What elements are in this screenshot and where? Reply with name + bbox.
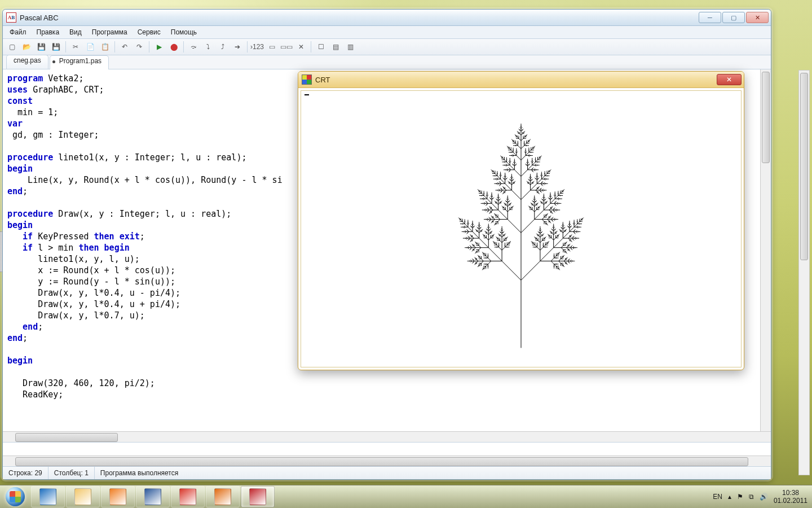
step-over-icon: ⤼ bbox=[191, 43, 196, 51]
crt-title: CRT bbox=[315, 76, 717, 84]
media-player-icon bbox=[109, 488, 126, 505]
ms-word-icon bbox=[144, 488, 161, 505]
menu-Сервис[interactable]: Сервис bbox=[133, 27, 165, 37]
desktop: AB Pascal ABC ─ ▢ ✕ ФайлПравкаВидПрограм… bbox=[0, 0, 812, 508]
menubar: ФайлПравкаВидПрограммаСервисПомощь bbox=[3, 26, 771, 39]
toolbar: ▢📂💾💾✂📄📋↶↷▶⬤⤼⤵⤴➔›123▭▭▭✕☐▤▥ bbox=[3, 39, 771, 55]
close-window-icon: ✕ bbox=[298, 43, 304, 51]
tile-h-icon: ▤ bbox=[333, 43, 339, 51]
editor-hscrollbar[interactable] bbox=[3, 431, 771, 442]
save-file-icon: 💾 bbox=[37, 43, 46, 51]
editor-tabstrip: cneg.pasProgram1.pas bbox=[3, 55, 771, 69]
taskbar-file-explorer[interactable] bbox=[66, 486, 100, 507]
network-icon[interactable]: ⧉ bbox=[749, 493, 754, 501]
window-list-icon: ▭ bbox=[269, 43, 275, 51]
taskbar-firefox[interactable] bbox=[206, 486, 240, 507]
clock[interactable]: 10:38 01.02.2011 bbox=[774, 489, 807, 505]
pascal-abc-icon bbox=[249, 488, 266, 505]
tile-v-icon: ▥ bbox=[347, 43, 354, 51]
status-col: Столбец: 1 bbox=[48, 467, 95, 479]
tile-h-button[interactable]: ▤ bbox=[329, 40, 342, 54]
close-window-button[interactable]: ✕ bbox=[294, 40, 308, 54]
toggle-watch-icon: ›123 bbox=[250, 43, 264, 51]
ide-titlebar[interactable]: AB Pascal ABC ─ ▢ ✕ bbox=[3, 10, 771, 26]
taskbar-ms-word[interactable] bbox=[136, 486, 170, 507]
toggle-watch-button[interactable]: ›123 bbox=[250, 40, 264, 54]
redo-button[interactable]: ↷ bbox=[133, 40, 146, 54]
menu-Файл[interactable]: Файл bbox=[5, 27, 31, 37]
cascade-icon: ☐ bbox=[318, 43, 324, 51]
start-button[interactable] bbox=[0, 485, 30, 508]
taskbar-media-player[interactable] bbox=[101, 486, 135, 507]
step-into-button[interactable]: ⤵ bbox=[201, 40, 215, 54]
crt-canvas bbox=[301, 90, 742, 367]
cut-icon: ✂ bbox=[73, 43, 78, 51]
status-message: Программа выполняется bbox=[95, 467, 771, 479]
file-explorer-icon bbox=[74, 488, 91, 505]
window-list-button[interactable]: ▭ bbox=[265, 40, 279, 54]
status-line: Строка: 29 bbox=[3, 467, 48, 479]
show-hidden-icon[interactable]: ▴ bbox=[728, 493, 731, 501]
redo-icon: ↷ bbox=[136, 43, 142, 51]
menu-Правка[interactable]: Правка bbox=[32, 27, 64, 37]
tab-Program1.pas[interactable]: Program1.pas bbox=[50, 55, 109, 69]
ide-title: Pascal ABC bbox=[20, 14, 699, 22]
editor-vscrollbar[interactable] bbox=[760, 69, 771, 431]
crt-window: CRT ✕ bbox=[298, 71, 744, 370]
flag-icon[interactable]: ⚑ bbox=[737, 493, 743, 501]
open-file-button[interactable]: 📂 bbox=[20, 40, 33, 54]
windows-button[interactable]: ▭▭ bbox=[280, 40, 293, 54]
open-file-icon: 📂 bbox=[23, 43, 31, 51]
menu-Помощь[interactable]: Помощь bbox=[166, 27, 201, 37]
minimize-button[interactable]: ─ bbox=[699, 12, 721, 23]
step-over-button[interactable]: ⤼ bbox=[187, 40, 200, 54]
foxit-reader-icon bbox=[179, 488, 196, 505]
copy-icon: 📄 bbox=[86, 43, 95, 51]
windows-icon: ▭▭ bbox=[280, 43, 293, 51]
run-to-cursor-icon: ➔ bbox=[235, 43, 240, 51]
taskbar-foxit-reader[interactable] bbox=[171, 486, 205, 507]
crt-titlebar[interactable]: CRT ✕ bbox=[298, 72, 744, 88]
firefox-icon bbox=[214, 488, 231, 505]
save-file-button[interactable]: 💾 bbox=[34, 40, 48, 54]
statusbar: Строка: 29 Столбец: 1 Программа выполняе… bbox=[3, 466, 771, 479]
internet-explorer-icon bbox=[39, 488, 56, 505]
step-out-icon: ⤴ bbox=[221, 43, 224, 51]
run-to-cursor-button[interactable]: ➔ bbox=[231, 40, 244, 54]
cascade-button[interactable]: ☐ bbox=[314, 40, 328, 54]
system-tray: EN ▴ ⚑ ⧉ 🔊 10:38 01.02.2011 bbox=[706, 485, 812, 508]
output-hscrollbar[interactable] bbox=[3, 456, 771, 466]
new-file-button[interactable]: ▢ bbox=[5, 40, 19, 54]
language-indicator[interactable]: EN bbox=[713, 493, 722, 501]
volume-icon[interactable]: 🔊 bbox=[760, 493, 768, 501]
app-icon: AB bbox=[6, 12, 16, 23]
step-out-button[interactable]: ⤴ bbox=[216, 40, 230, 54]
tab-label: Program1.pas bbox=[59, 57, 102, 65]
paste-button[interactable]: 📋 bbox=[98, 40, 112, 54]
ide-vscrollbar[interactable] bbox=[798, 70, 810, 475]
taskbar: EN ▴ ⚑ ⧉ 🔊 10:38 01.02.2011 bbox=[0, 485, 812, 508]
cut-button[interactable]: ✂ bbox=[69, 40, 82, 54]
paste-icon: 📋 bbox=[101, 43, 109, 51]
output-pane[interactable] bbox=[3, 442, 771, 466]
menu-Вид[interactable]: Вид bbox=[65, 27, 86, 37]
text-cursor bbox=[304, 94, 309, 95]
close-button[interactable]: ✕ bbox=[746, 12, 769, 23]
stop-button[interactable]: ⬤ bbox=[167, 40, 180, 54]
taskbar-pascal-abc[interactable] bbox=[241, 486, 275, 507]
maximize-button[interactable]: ▢ bbox=[722, 12, 745, 23]
run-icon: ▶ bbox=[157, 43, 162, 51]
undo-icon: ↶ bbox=[122, 43, 127, 51]
run-button[interactable]: ▶ bbox=[152, 40, 166, 54]
undo-button[interactable]: ↶ bbox=[118, 40, 131, 54]
tile-v-button[interactable]: ▥ bbox=[343, 40, 357, 54]
menu-Программа[interactable]: Программа bbox=[87, 27, 132, 37]
save-all-button[interactable]: 💾 bbox=[49, 40, 63, 54]
taskbar-internet-explorer[interactable] bbox=[31, 486, 65, 507]
copy-button[interactable]: 📄 bbox=[83, 40, 97, 54]
fractal-tree bbox=[341, 88, 701, 359]
crt-icon bbox=[302, 75, 312, 85]
crt-close-button[interactable]: ✕ bbox=[717, 74, 742, 85]
tab-cneg.pas[interactable]: cneg.pas bbox=[6, 55, 48, 69]
save-all-icon: 💾 bbox=[52, 43, 60, 51]
